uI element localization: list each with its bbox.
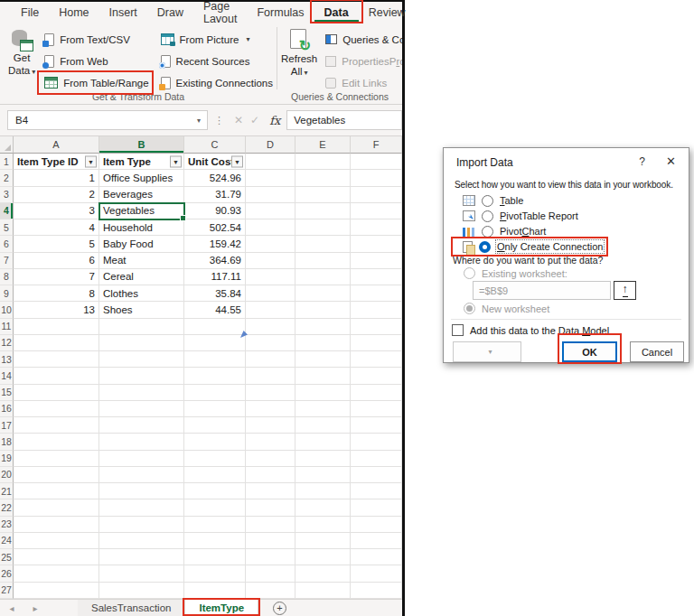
column-header-f[interactable]: F [351,136,402,154]
row-number-1[interactable]: 1 [0,154,14,170]
row-number-14[interactable]: 14 [0,368,14,384]
cell-E3[interactable] [295,187,351,203]
cell-D27[interactable] [246,583,295,599]
cell-F3[interactable] [351,187,402,203]
cell-C27[interactable] [184,583,246,599]
cell-E14[interactable] [295,368,351,384]
recent-sources-button[interactable]: Recent Sources [157,52,277,70]
cell-E19[interactable] [295,451,351,467]
cell-A4[interactable]: 3 [14,203,99,219]
cell-A17[interactable] [14,417,99,434]
cell-B22[interactable] [99,499,184,516]
cell-E20[interactable] [295,467,351,483]
row-number-17[interactable]: 17 [0,417,14,434]
column-header-c[interactable]: C [184,136,246,154]
cell-C6[interactable]: 159.42 [184,236,246,252]
menu-tab-insert[interactable]: Insert [99,2,147,23]
cell-B17[interactable] [99,417,184,434]
cell-F2[interactable] [351,170,402,186]
cell-B10[interactable]: Shoes [99,302,184,318]
select-all-corner[interactable] [0,136,14,154]
column-header-b[interactable]: B [99,136,184,154]
cell-A12[interactable] [14,335,99,351]
cell-C21[interactable] [184,483,246,499]
cell-D3[interactable] [246,187,295,203]
cell-B15[interactable] [99,385,184,401]
cell-B18[interactable] [99,434,184,450]
column-header-a[interactable]: A [14,136,99,154]
cell-F19[interactable] [351,451,402,467]
cell-F22[interactable] [351,499,402,516]
cell-F12[interactable] [351,335,402,351]
cell-E18[interactable] [295,434,351,450]
cell-B8[interactable]: Cereal [99,269,184,285]
row-number-27[interactable]: 27 [0,583,14,599]
menu-tab-file[interactable]: File [11,2,49,23]
cell-C10[interactable]: 44.55 [184,302,246,318]
cell-B12[interactable] [99,335,184,351]
cell-C23[interactable] [184,517,246,533]
existing-worksheet-option[interactable]: Existing worksheet: [464,267,567,279]
column-header-d[interactable]: D [246,136,295,154]
row-number-23[interactable]: 23 [0,517,14,533]
menu-tab-draw[interactable]: Draw [147,2,193,23]
cell-D2[interactable] [246,170,295,186]
cell-B7[interactable]: Meat [99,253,184,269]
cell-D22[interactable] [246,499,295,516]
cell-E5[interactable] [295,219,351,236]
cell-A9[interactable]: 8 [14,285,99,302]
cell-D5[interactable] [246,219,295,236]
chevron-down-icon[interactable]: ▾ [197,117,201,125]
cell-B21[interactable] [99,483,184,499]
menu-tab-review[interactable]: Review [359,2,416,23]
cell-A19[interactable] [14,451,99,467]
cell-F5[interactable] [351,219,402,236]
cell-E23[interactable] [295,517,351,533]
cell-E26[interactable] [295,565,351,582]
queries-connections-button[interactable]: Queries & Connections [322,31,402,48]
cell-F23[interactable] [351,517,402,533]
filter-dropdown-icon[interactable]: ▼ [231,155,243,167]
cell-B4[interactable]: Vegetables [99,203,184,219]
cell-E10[interactable] [295,302,351,318]
cell-A23[interactable] [14,517,99,533]
row-number-19[interactable]: 19 [0,451,14,467]
import-option-only-create-connection[interactable]: Only Create Connection [455,240,606,253]
cell-F15[interactable] [351,385,402,401]
cell-F9[interactable] [351,285,402,302]
cell-C24[interactable] [184,533,246,549]
cell-A16[interactable] [14,401,99,417]
cell-E8[interactable] [295,269,351,285]
cell-A22[interactable] [14,499,99,516]
cell-A6[interactable]: 5 [14,236,99,252]
name-box[interactable]: B4 ▾ [7,110,208,130]
cell-A5[interactable]: 4 [14,219,99,236]
confirm-entry-icon[interactable]: ✓ [250,114,259,126]
data-model-option[interactable]: Add this data to the Data Model [452,324,609,336]
cell-D26[interactable] [246,565,295,582]
cell-F17[interactable] [351,417,402,434]
cell-C11[interactable] [184,319,246,335]
cell-E17[interactable] [295,417,351,434]
cell-E6[interactable] [295,236,351,252]
sheet-tab-salestransaction[interactable]: SalesTransaction [78,600,185,616]
cell-B19[interactable] [99,451,184,467]
cell-C14[interactable] [184,368,246,384]
new-worksheet-option[interactable]: New worksheet [464,303,549,314]
cell-A7[interactable]: 6 [14,253,99,269]
cell-C5[interactable]: 502.54 [184,219,246,236]
cell-B23[interactable] [99,517,184,533]
cell-B3[interactable]: Beverages [99,187,184,203]
cell-F27[interactable] [351,583,402,599]
cell-C17[interactable] [184,417,246,434]
cell-F14[interactable] [351,368,402,384]
cell-F1[interactable] [351,154,402,170]
column-header-e[interactable]: E [295,136,351,154]
cell-A8[interactable]: 7 [14,269,99,285]
from-text-csv-button[interactable]: From Text/CSV [41,31,152,48]
row-number-7[interactable]: 7 [0,253,14,269]
cell-C7[interactable]: 364.69 [184,253,246,269]
cell-A10[interactable]: 13 [14,302,99,318]
cell-D13[interactable] [246,351,295,368]
cell-F11[interactable] [351,319,402,335]
